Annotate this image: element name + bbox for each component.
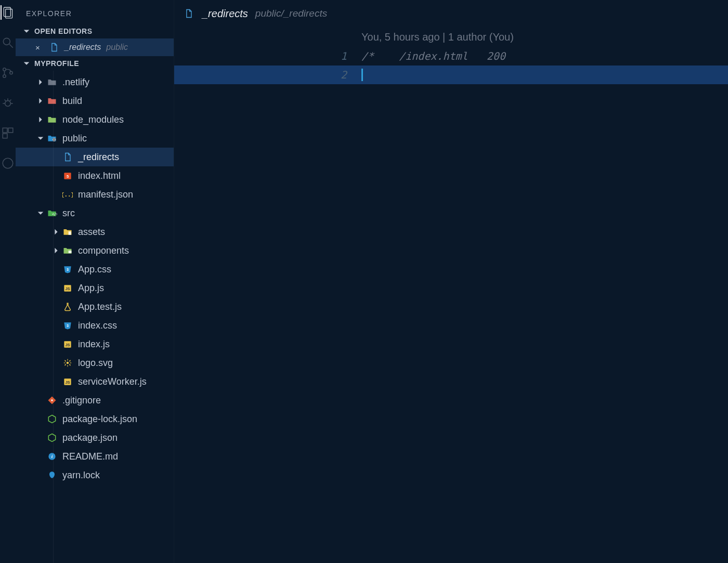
close-icon[interactable]: × <box>35 43 44 52</box>
svg-text:</>: </> <box>52 212 57 216</box>
file-row[interactable]: {..}manifest.json <box>16 185 174 204</box>
svg-line-11 <box>5 100 6 101</box>
svg-point-31 <box>67 362 69 364</box>
folder-src-icon: </> <box>46 208 58 218</box>
code-text: /* /index.html 200 <box>361 50 505 62</box>
folder-row[interactable]: </>src <box>16 204 174 222</box>
folder-red-icon <box>46 96 58 106</box>
explorer-title: EXPLORER <box>16 0 174 24</box>
svg-point-2 <box>3 38 10 45</box>
tree-item-label: .gitignore <box>62 395 101 406</box>
node-icon <box>46 414 58 424</box>
folder-assets-icon <box>61 227 74 237</box>
text-cursor <box>361 69 363 81</box>
svg-text:3: 3 <box>67 268 69 271</box>
flask-icon <box>61 302 74 312</box>
chevron-right-icon <box>51 228 61 235</box>
file-icon <box>184 8 195 19</box>
code-editor[interactable]: 1/* /index.html 2002 <box>174 47 728 563</box>
file-row[interactable]: App.test.js <box>16 297 174 316</box>
folder-row[interactable]: public <box>16 129 174 148</box>
folder-row[interactable]: node_modules <box>16 110 174 129</box>
code-line[interactable]: 2 <box>174 66 728 84</box>
project-header[interactable]: MYPROFILE <box>16 56 174 71</box>
tree-item-label: _redirects <box>78 152 119 163</box>
file-row[interactable]: 3index.css <box>16 316 174 335</box>
svg-point-16 <box>3 158 13 168</box>
svg-rect-13 <box>3 128 7 133</box>
tree-item-label: .netlify <box>62 77 89 88</box>
info-icon: i <box>46 451 58 462</box>
open-editor-item[interactable]: × _redirects public <box>16 38 174 56</box>
svg-line-3 <box>9 44 13 48</box>
css-icon: 3 <box>61 264 74 274</box>
svg-text:JS: JS <box>65 343 70 347</box>
file-row[interactable]: iREADME.md <box>16 447 174 466</box>
tree-item-label: index.html <box>78 171 121 181</box>
folder-row[interactable]: build <box>16 91 174 110</box>
file-row[interactable]: logo.svg <box>16 353 174 372</box>
file-row[interactable]: 5index.html <box>16 166 174 185</box>
tree-item-label: src <box>62 208 75 219</box>
file-row[interactable]: JSApp.js <box>16 279 174 297</box>
activity-extensions-icon[interactable] <box>1 126 15 140</box>
svg-point-5 <box>3 75 6 77</box>
activity-search-icon[interactable] <box>1 35 15 50</box>
line-number: 1 <box>174 50 361 62</box>
chevron-right-icon <box>35 97 46 104</box>
file-blue-icon <box>61 152 74 162</box>
activity-files-icon[interactable] <box>1 5 15 20</box>
html5-icon: 5 <box>61 171 74 181</box>
chevron-right-icon <box>51 247 61 254</box>
tree-item-label: manifest.json <box>78 189 133 200</box>
line-number: 2 <box>174 69 361 81</box>
gitlens-annotation[interactable]: You, 5 hours ago | 1 author (You) <box>174 27 728 47</box>
yarn-icon <box>46 470 58 480</box>
chevron-down-icon <box>35 210 46 217</box>
chevron-right-icon <box>35 78 46 86</box>
folder-gray-icon <box>46 77 58 87</box>
folder-row[interactable]: components <box>16 241 174 260</box>
svg-point-7 <box>5 101 11 107</box>
chevron-down-icon <box>35 135 46 142</box>
js-icon: JS <box>61 283 74 293</box>
file-icon <box>49 42 59 53</box>
folder-row[interactable]: .netlify <box>16 73 174 91</box>
svg-icon <box>61 358 74 368</box>
file-row[interactable]: package.json <box>16 428 174 447</box>
svg-point-4 <box>3 68 6 71</box>
activity-debug-icon[interactable] <box>1 96 15 110</box>
file-row[interactable]: JSindex.js <box>16 335 174 353</box>
explorer-sidebar: EXPLORER OPEN EDITORS × _redirects publi… <box>16 0 174 563</box>
svg-rect-1 <box>6 9 12 18</box>
file-row[interactable]: .gitignore <box>16 391 174 410</box>
open-editors-header[interactable]: OPEN EDITORS <box>16 24 174 38</box>
code-line[interactable]: 1/* /index.html 200 <box>174 47 728 66</box>
activity-remote-icon[interactable] <box>1 156 15 171</box>
json-braces-icon: {..} <box>61 189 74 200</box>
folder-green-icon <box>46 114 58 125</box>
tree-item-label: build <box>62 96 82 107</box>
file-row[interactable]: yarn.lock <box>16 466 174 485</box>
tree-item-label: logo.svg <box>78 358 113 369</box>
chevron-right-icon <box>35 116 46 123</box>
svg-text:JS: JS <box>65 286 70 291</box>
file-row[interactable]: 3App.css <box>16 260 174 279</box>
file-row[interactable]: JSserviceWorker.js <box>16 372 174 391</box>
tree-item-label: package.json <box>62 433 118 443</box>
tree-item-label: serviceWorker.js <box>78 376 147 387</box>
tab-filepath: public/_redirects <box>255 8 327 19</box>
css-icon: 3 <box>61 320 74 331</box>
svg-text:{..}: {..} <box>62 191 73 198</box>
editor-tab[interactable]: _redirects public/_redirects <box>174 0 728 27</box>
svg-rect-23 <box>69 231 71 235</box>
tree-item-label: components <box>78 245 129 256</box>
tree-item-label: index.css <box>78 320 117 331</box>
svg-rect-24 <box>69 251 72 253</box>
activity-scm-icon[interactable] <box>1 66 15 80</box>
file-tree: .netlifybuildnode_modulespublic_redirect… <box>16 71 174 563</box>
file-row[interactable]: _redirects <box>16 148 174 166</box>
folder-row[interactable]: assets <box>16 222 174 241</box>
file-row[interactable]: package-lock.json <box>16 410 174 428</box>
svg-point-34 <box>51 399 53 401</box>
